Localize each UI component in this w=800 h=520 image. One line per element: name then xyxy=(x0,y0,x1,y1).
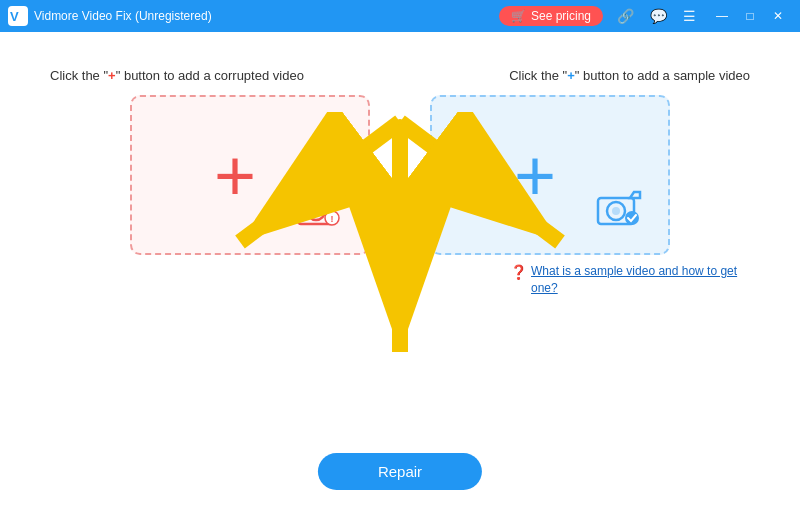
titlebar-icons: 🔗 💬 ☰ xyxy=(613,6,700,26)
svg-marker-10 xyxy=(630,192,640,198)
help-icon: ❓ xyxy=(510,264,527,280)
link-icon[interactable]: 🔗 xyxy=(613,6,638,26)
right-instruction: Click the "+" button to add a sample vid… xyxy=(509,68,750,83)
main-content: Click the "+" button to add a corrupted … xyxy=(0,32,800,520)
app-logo: V xyxy=(8,6,28,26)
sample-video-dropzone[interactable]: + xyxy=(430,95,670,255)
see-pricing-label: See pricing xyxy=(531,9,591,23)
cart-icon: 🛒 xyxy=(511,9,526,23)
repair-button[interactable]: Repair xyxy=(318,453,482,490)
svg-marker-4 xyxy=(330,192,340,198)
see-pricing-button[interactable]: 🛒 See pricing xyxy=(499,6,603,26)
sample-video-link[interactable]: What is a sample video and how to get on… xyxy=(531,263,750,297)
sample-link-wrap: ❓ What is a sample video and how to get … xyxy=(510,263,750,297)
corrupted-camera-icon: ! xyxy=(296,188,344,233)
close-button[interactable]: ✕ xyxy=(764,2,792,30)
svg-text:V: V xyxy=(10,9,19,24)
instructions-row: Click the "+" button to add a corrupted … xyxy=(40,68,760,83)
titlebar: V Vidmore Video Fix (Unregistered) 🛒 See… xyxy=(0,0,800,32)
add-sample-icon: + xyxy=(514,139,556,211)
app-title: Vidmore Video Fix (Unregistered) xyxy=(34,9,499,23)
window-controls: — □ ✕ xyxy=(708,2,792,30)
sample-link-container: ❓ What is a sample video and how to get … xyxy=(130,263,750,297)
svg-text:!: ! xyxy=(331,214,334,224)
add-corrupted-icon: + xyxy=(214,139,256,211)
minimize-button[interactable]: — xyxy=(708,2,736,30)
corrupted-video-dropzone[interactable]: + ! xyxy=(130,95,370,255)
message-icon[interactable]: 💬 xyxy=(646,6,671,26)
left-instruction: Click the "+" button to add a corrupted … xyxy=(50,68,304,83)
menu-icon[interactable]: ☰ xyxy=(679,6,700,26)
maximize-button[interactable]: □ xyxy=(736,2,764,30)
sample-camera-icon xyxy=(596,188,644,233)
svg-point-5 xyxy=(312,207,320,215)
svg-point-11 xyxy=(612,207,620,215)
